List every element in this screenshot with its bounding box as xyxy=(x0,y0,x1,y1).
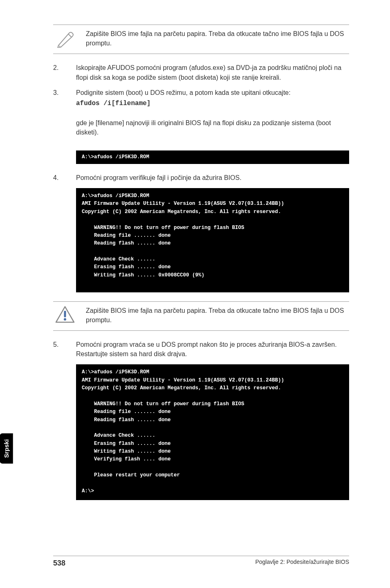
note-box-1: Zapišite BIOS ime fajla na parčetu papir… xyxy=(53,25,349,54)
step-number: 2. xyxy=(53,63,65,82)
note-text: Zapišite BIOS ime fajla na parčetu papir… xyxy=(86,306,349,325)
step-body: Pomoćni program verifikuje fajl i počinj… xyxy=(76,173,349,182)
steps-list: 5. Pomoćni program vraća se u DOS prompt… xyxy=(53,340,349,359)
inline-command: afudos /i[filename] xyxy=(76,99,349,108)
step-body: Podignite sistem (boot) u DOS režimu, a … xyxy=(76,88,349,145)
page-content: Zapišite BIOS ime fajla na parčetu papir… xyxy=(0,0,390,500)
step-body: Iskopirajte AFUDOS pomoćni program (afud… xyxy=(76,63,349,82)
step-body: Pomoćni program vraća se u DOS prompt na… xyxy=(76,340,349,359)
step-number: 3. xyxy=(53,88,65,145)
step-number: 5. xyxy=(53,340,65,359)
step-2: 2. Iskopirajte AFUDOS pomoćni program (a… xyxy=(53,63,349,82)
svg-point-1 xyxy=(64,318,66,321)
page-footer: 538 Poglavlje 2: Podesite/ažurirajte BIO… xyxy=(0,556,390,568)
warning-icon xyxy=(53,306,77,323)
language-tab: Srpski xyxy=(0,433,13,464)
svg-rect-0 xyxy=(64,311,66,317)
chapter-label: Poglavlje 2: Podesite/ažurirajte BIOS xyxy=(255,558,349,568)
step-4: 4. Pomoćni program verifikuje fajl i poč… xyxy=(53,173,349,182)
steps-list: 2. Iskopirajte AFUDOS pomoćni program (a… xyxy=(53,63,349,144)
step-5: 5. Pomoćni program vraća se u DOS prompt… xyxy=(53,340,349,359)
terminal-output-1: A:\>afudos /iP5K3D.ROM xyxy=(76,150,349,164)
terminal-output-3: A:\>afudos /iP5K3D.ROM AMI Firmware Upda… xyxy=(76,364,349,500)
terminal-output-2: A:\>afudos /iP5K3D.ROM AMI Firmware Upda… xyxy=(76,188,349,292)
step-text: Podignite sistem (boot) u DOS režimu, a … xyxy=(76,88,349,97)
step-number: 4. xyxy=(53,173,65,182)
steps-list: 4. Pomoćni program verifikuje fajl i poč… xyxy=(53,173,349,182)
pencil-icon xyxy=(53,29,77,48)
page-number: 538 xyxy=(53,558,65,568)
footer-divider xyxy=(53,556,349,556)
step-followup: gde je [filename] najnoviji ili original… xyxy=(76,118,349,137)
footer-row: 538 Poglavlje 2: Podesite/ažurirajte BIO… xyxy=(53,558,349,568)
note-box-2: Zapišite BIOS ime fajla na parčetu papir… xyxy=(53,301,349,331)
note-text: Zapišite BIOS ime fajla na parčetu papir… xyxy=(86,29,349,48)
step-3: 3. Podignite sistem (boot) u DOS režimu,… xyxy=(53,88,349,145)
